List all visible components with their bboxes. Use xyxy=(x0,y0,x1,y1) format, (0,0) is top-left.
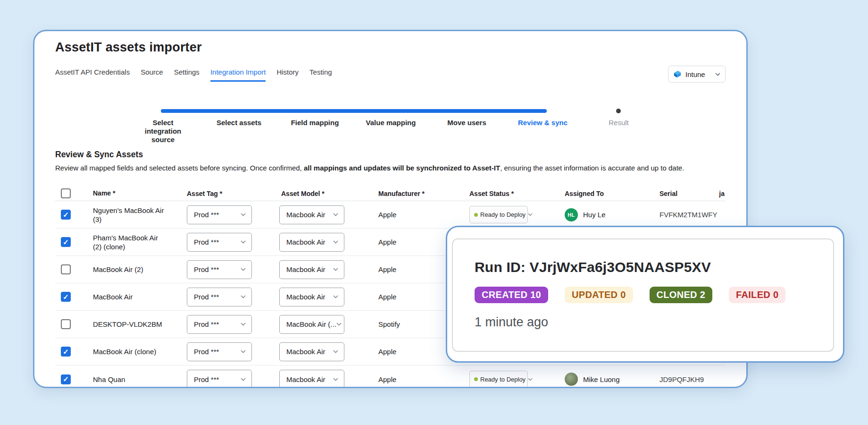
avatar-image xyxy=(565,373,578,386)
row-checkbox[interactable] xyxy=(61,319,71,329)
chevron-down-icon xyxy=(528,378,533,381)
stepper-pending-dot xyxy=(616,109,621,113)
intune-icon xyxy=(673,70,682,78)
stepper-progress-bar xyxy=(161,109,547,113)
chevron-down-icon xyxy=(333,213,338,216)
updated-badge: UPDATED 0 xyxy=(565,287,633,303)
chevron-down-icon xyxy=(241,378,246,381)
row-checkbox[interactable] xyxy=(61,237,71,247)
column-header-manufacturer: Manufacturer * xyxy=(375,190,466,197)
asset-tag-select[interactable]: Prod *** xyxy=(187,342,252,361)
row-checkbox[interactable] xyxy=(61,210,71,220)
asset-model-select[interactable]: MacBook Air (... xyxy=(279,315,344,334)
asset-name: MacBook Air xyxy=(92,292,183,301)
integration-source-select[interactable]: Intune xyxy=(668,66,726,83)
tab-assetit-api-credentials[interactable]: AssetIT API Credentials xyxy=(55,68,130,82)
row-checkbox[interactable] xyxy=(61,292,71,302)
status-dot-icon xyxy=(474,377,478,381)
asset-tag-select[interactable]: Prod *** xyxy=(187,205,252,224)
column-header-asset-model: Asset Model * xyxy=(277,190,375,197)
run-id-value: VJrjWxFa6j3O5NAASP5XV xyxy=(530,259,711,275)
tab-integration-import[interactable]: Integration Import xyxy=(210,68,266,82)
serial-value: JD9PQFJKH9 xyxy=(657,375,712,383)
column-header-truncated: ja xyxy=(712,190,726,197)
avatar: HL xyxy=(565,208,578,221)
asset-model-select[interactable]: Macbook Air xyxy=(279,260,344,279)
serial-value: FVFKM2TM1WFY xyxy=(657,211,712,219)
tab-history[interactable]: History xyxy=(276,68,299,82)
table-row: Nha Quan Prod *** Macbook Air Apple Read… xyxy=(55,366,726,388)
column-header-asset-status: Asset Status * xyxy=(466,190,560,197)
chevron-down-icon xyxy=(241,213,246,216)
step-value-mapping[interactable]: Value mapping xyxy=(353,119,429,144)
asset-tag-select[interactable]: Prod *** xyxy=(187,233,252,252)
chevron-down-icon xyxy=(333,378,338,381)
step-move-users[interactable]: Move users xyxy=(429,119,505,144)
step-result[interactable]: Result xyxy=(581,119,657,144)
asset-tag-select[interactable]: Prod *** xyxy=(187,260,252,279)
table-row: Nguyen's MacBook Air (3) Prod *** Macboo… xyxy=(55,201,726,229)
failed-badge: FAILED 0 xyxy=(729,287,785,303)
column-header-asset-tag: Asset Tag * xyxy=(183,190,277,197)
manufacturer-value: Apple xyxy=(375,211,466,219)
table-header-row: Name * Asset Tag * Asset Model * Manufac… xyxy=(55,186,726,201)
asset-name: Nha Quan xyxy=(92,375,183,384)
assignee-name: Huy Le xyxy=(583,211,606,219)
chevron-down-icon xyxy=(333,240,338,244)
chevron-down-icon xyxy=(241,295,246,298)
column-header-assigned-to: Assigned To xyxy=(560,190,657,197)
asset-tag-select[interactable]: Prod *** xyxy=(187,288,252,306)
cloned-badge: CLONED 2 xyxy=(650,287,713,303)
tab-bar: AssetIT API Credentials Source Settings … xyxy=(55,68,726,82)
asset-model-select[interactable]: Macbook Air xyxy=(279,370,344,388)
asset-tag-select[interactable]: Prod *** xyxy=(187,315,252,334)
chevron-down-icon xyxy=(241,323,246,326)
step-select-integration-source[interactable]: Select integration source xyxy=(125,119,201,144)
asset-name: Nguyen's MacBook Air (3) xyxy=(92,206,183,224)
tab-settings[interactable]: Settings xyxy=(174,68,200,82)
asset-status-select[interactable]: Ready to Deploy xyxy=(469,371,528,388)
chevron-down-icon xyxy=(528,213,533,216)
asset-tag-select[interactable]: Prod *** xyxy=(187,370,252,388)
chevron-down-icon xyxy=(333,295,338,298)
asset-name: DESKTOP-VLDK2BM xyxy=(92,320,183,329)
asset-status-select[interactable]: Ready to Deploy xyxy=(469,206,528,223)
page-title: AssetIT assets importer xyxy=(55,40,726,55)
asset-name: Pham's MacBook Air (2) (clone) xyxy=(92,233,183,251)
asset-name: MacBook Air (clone) xyxy=(92,347,183,356)
tab-testing[interactable]: Testing xyxy=(309,68,332,82)
run-result-card: Run ID: VJrjWxFa6j3O5NAASP5XV CREATED 10… xyxy=(452,238,834,352)
row-checkbox[interactable] xyxy=(61,374,71,384)
asset-name: MacBook Air (2) xyxy=(92,265,183,274)
column-header-name: Name * xyxy=(92,189,183,198)
chevron-down-icon xyxy=(333,350,338,353)
run-result-badges: CREATED 10 UPDATED 0 CLONED 2 FAILED 0 xyxy=(475,287,833,303)
section-heading: Review & Sync Assets xyxy=(55,150,726,160)
chevron-down-icon xyxy=(241,350,246,353)
asset-model-select[interactable]: Macbook Air xyxy=(279,205,344,224)
created-badge: CREATED 10 xyxy=(475,287,548,303)
status-dot-icon xyxy=(474,213,478,217)
tab-source[interactable]: Source xyxy=(141,68,163,82)
section-description: Review all mapped fields and selected as… xyxy=(55,164,726,172)
chevron-down-icon xyxy=(333,268,338,271)
chevron-down-icon xyxy=(241,268,246,271)
manufacturer-value: Apple xyxy=(375,375,466,383)
row-checkbox[interactable] xyxy=(61,264,71,274)
asset-model-select[interactable]: Macbook Air xyxy=(279,233,344,252)
stepper: Select integration source Select assets … xyxy=(125,109,657,139)
integration-source-value: Intune xyxy=(685,70,711,78)
step-select-assets[interactable]: Select assets xyxy=(201,119,277,144)
chevron-down-icon xyxy=(336,323,342,326)
assignee-name: Mike Luong xyxy=(583,375,620,383)
page-background: AssetIT assets importer AssetIT API Cred… xyxy=(0,0,868,425)
step-review-and-sync[interactable]: Review & sync xyxy=(505,119,581,144)
chevron-down-icon xyxy=(241,240,246,244)
column-header-serial: Serial xyxy=(657,190,712,197)
step-field-mapping[interactable]: Field mapping xyxy=(277,119,353,144)
run-id: Run ID: VJrjWxFa6j3O5NAASP5XV xyxy=(475,259,833,275)
row-checkbox[interactable] xyxy=(61,347,71,357)
select-all-checkbox[interactable] xyxy=(61,188,71,198)
asset-model-select[interactable]: Macbook Air xyxy=(279,342,344,361)
asset-model-select[interactable]: Macbook Air xyxy=(279,288,344,306)
